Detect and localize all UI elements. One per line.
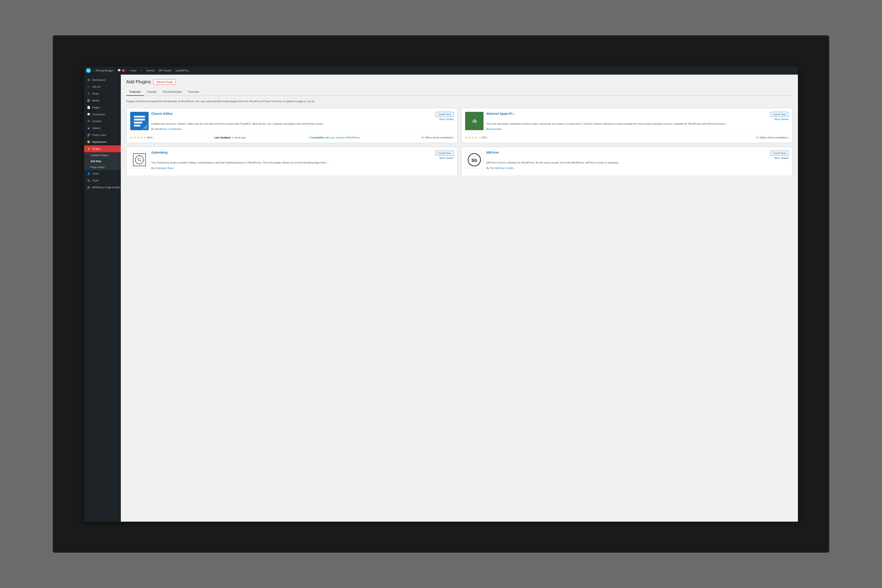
star-3: ★ [472, 136, 474, 139]
sidebar-item-posts[interactable]: ✎ Posts [84, 90, 121, 97]
admin-bar-breeze[interactable]: Breeze [145, 68, 156, 73]
sidebar-item-plugins[interactable]: ⚡ Plugins [84, 146, 121, 152]
star-4: ★ [140, 136, 143, 139]
sidebar-item-plugin-editor[interactable]: Plugin Editor [84, 164, 121, 170]
tab-recommended[interactable]: Recommended [160, 88, 185, 96]
plugin-author-link-akismet[interactable]: Automattic [490, 128, 502, 130]
pages-icon: 📄 [87, 106, 90, 109]
plugin-thumbnail-classic-editor [130, 112, 149, 130]
plugin-thumbnail-akismet: ·A· [465, 112, 484, 130]
install-gutenberg-button[interactable]: Install Now [436, 151, 454, 156]
bbpress-icon: bb [467, 153, 481, 167]
upload-plugin-button[interactable]: Upload Plugin [153, 79, 176, 85]
plugin-card-top-bbpress: bb bbPress Install Now More Details [465, 151, 789, 169]
plugin-title-bbpress[interactable]: bbPress [486, 151, 499, 154]
comments-icon: 💬 [87, 112, 90, 116]
admin-bar-comments[interactable]: 💬 0 [116, 68, 127, 73]
plugin-thumbnail-gutenberg: G [130, 151, 149, 169]
plugin-title-row-akismet: Akismet Spam Pr... Install Now More Deta… [486, 112, 789, 120]
svg-text:bb: bb [472, 158, 477, 163]
more-details-akismet-link[interactable]: More Details [774, 118, 789, 120]
plugin-actions-bbpress: Install Now More Details [771, 151, 789, 159]
yoast-icon: Y [140, 69, 143, 72]
sidebar-item-dashboard[interactable]: ⊞ Dashboard [84, 76, 121, 83]
tab-featured[interactable]: Featured [126, 88, 144, 96]
plugin-description-bbpress: bbPress is forum software for WordPress.… [486, 161, 789, 165]
sidebar-item-add-new[interactable]: Add New [84, 158, 121, 164]
rating-count-akismet: (907) [481, 136, 487, 139]
plugin-info-bbpress: bbPress Install Now More Details bbPress… [486, 151, 789, 169]
plugin-title-row-gutenberg: Gutenberg Install Now More Details [151, 151, 454, 159]
star-2: ★ [468, 136, 471, 139]
tab-favorites[interactable]: Favorites [185, 88, 202, 96]
plugin-title-classic-editor[interactable]: Classic Editor [151, 112, 173, 116]
install-bbpress-button[interactable]: Install Now [771, 151, 789, 156]
ce-line-2 [134, 119, 145, 120]
plugin-card-bottom-akismet: ★ ★ ★ ★ ½ (907) 5+ Million Active Instal… [465, 133, 789, 139]
plugin-card-classic-editor: Classic Editor Install Now More Details … [126, 108, 458, 143]
install-akismet-button[interactable]: Install Now [771, 112, 789, 117]
sidebar-item-pages[interactable]: 📄 Pages [84, 104, 121, 111]
media-icon: 🖼 [87, 99, 90, 102]
sidebar-item-salient[interactable]: ◈ Salient [84, 124, 121, 132]
more-details-bbpress-link[interactable]: More Details [774, 157, 789, 159]
sidebar-item-users[interactable]: 👤 Users [84, 170, 121, 177]
sidebar-item-wpbakery[interactable]: ▤ WPBakery Page Builder [84, 184, 121, 191]
tab-popular[interactable]: Popular [144, 88, 160, 96]
star-1: ★ [465, 136, 468, 139]
plugin-author-gutenberg: By Gutenberg Team [151, 167, 454, 170]
plugin-tabs: Featured Popular Recommended Favorites [126, 88, 793, 96]
plugin-info-akismet: Akismet Spam Pr... Install Now More Deta… [486, 112, 789, 130]
classic-editor-graphic [132, 114, 147, 128]
sidebar-item-comments[interactable]: 💬 Comments [84, 111, 121, 118]
contact-icon: ✉ [87, 119, 90, 123]
page-title: Add Plugins [126, 79, 151, 84]
plugin-title-row-bbpress: bbPress Install Now More Details [486, 151, 789, 159]
plugin-info-gutenberg: Gutenberg Install Now More Details The G… [151, 151, 454, 169]
browser-window: W ⌂ Striving Blogger 💬 0 + New Y Breeze … [84, 66, 798, 522]
plugin-author-link-classic-editor[interactable]: WordPress Contributors [155, 128, 182, 130]
plugin-grid: Classic Editor Install Now More Details … [126, 108, 793, 176]
sidebar-item-appearance[interactable]: 🎨 Appearance [84, 138, 121, 146]
admin-bar-yoast[interactable]: Y [138, 68, 144, 73]
star-5: ★ [143, 136, 146, 139]
plugin-author-link-bbpress[interactable]: The bbPress Contrib... [490, 167, 515, 170]
admin-bar-new[interactable]: + New [127, 68, 138, 73]
star-1: ★ [130, 136, 133, 139]
active-installs-classic-editor: 5+ Million Active Installations [421, 136, 454, 139]
plugin-author-bbpress: By The bbPress Contrib... [486, 167, 789, 170]
star-5-half: ½ [478, 136, 481, 139]
posts-icon: ✎ [87, 92, 90, 96]
admin-bar-updraftplus[interactable]: UpdraftPlus [174, 68, 191, 73]
tools-icon: 🔧 [87, 178, 90, 182]
admin-bar-wp-rocket[interactable]: WP Rocket [157, 68, 173, 73]
pretty-links-icon: 🔗 [87, 133, 90, 137]
sidebar-item-sitekit[interactable]: G Site Kit [84, 83, 121, 90]
dashboard-icon: ⊞ [87, 78, 90, 82]
sidebar-item-contact[interactable]: ✉ Contact [84, 118, 121, 124]
sidebar-item-media[interactable]: 🖼 Media [84, 97, 121, 104]
monitor-frame: W ⌂ Striving Blogger 💬 0 + New Y Breeze … [53, 35, 829, 553]
sidebar-item-pretty-links[interactable]: 🔗 Pretty Links [84, 132, 121, 138]
sidebar-item-tools[interactable]: 🔧 Tools [84, 177, 121, 184]
more-details-gutenberg-link[interactable]: More Details [439, 157, 454, 159]
active-installs-akismet: 5+ Million Active Installations [756, 136, 789, 139]
plugin-actions-classic-editor: Install Now More Details [436, 112, 454, 120]
ce-line-4 [134, 124, 140, 126]
plugin-author-link-gutenberg[interactable]: Gutenberg Team [155, 167, 174, 170]
plugin-title-akismet[interactable]: Akismet Spam Pr... [486, 112, 515, 116]
plugin-actions-gutenberg: Install Now More Details [436, 151, 454, 159]
star-2: ★ [134, 136, 136, 139]
plugin-directory-link[interactable]: WordPress Plugin Directory [249, 100, 282, 103]
install-classic-editor-button[interactable]: Install Now [436, 112, 454, 117]
wordpress-logo[interactable]: W [86, 68, 91, 73]
more-details-classic-editor-link[interactable]: More Details [439, 118, 454, 120]
admin-bar-home[interactable]: ⌂ Striving Blogger [92, 68, 115, 73]
appearance-icon: 🎨 [87, 140, 90, 144]
plugin-thumbnail-bbpress: bb [465, 151, 484, 169]
svg-text:G: G [138, 157, 141, 162]
admin-bar: W ⌂ Striving Blogger 💬 0 + New Y Breeze … [84, 66, 798, 75]
plugin-title-gutenberg[interactable]: Gutenberg [151, 151, 168, 154]
plugin-card-gutenberg: G Gutenberg Install Now More Details [126, 147, 458, 176]
sidebar-item-installed-plugins[interactable]: Installed Plugins [84, 152, 121, 158]
